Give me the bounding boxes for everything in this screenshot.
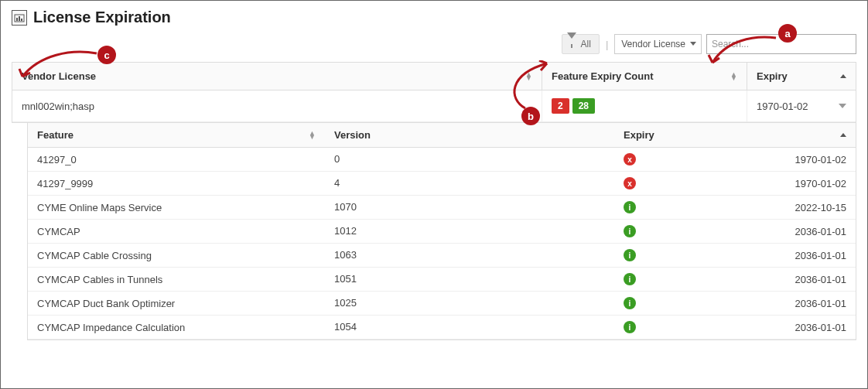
chevron-down-icon: [690, 42, 696, 46]
table-row[interactable]: CYME Online Maps Service1070i2022-10-15: [28, 196, 856, 220]
expired-icon: x: [624, 177, 636, 189]
group-row[interactable]: mnl002win;hasp 2 28 1970-01-02: [12, 90, 856, 122]
arrow-c: [16, 49, 101, 83]
feature-expiry: 1970-01-02: [795, 178, 847, 189]
table-row[interactable]: CYMCAP Cable Crossing1063i2036-01-01: [28, 244, 856, 268]
expired-icon: x: [624, 153, 636, 165]
feature-version: 0: [325, 148, 614, 171]
feature-version: 1051: [325, 268, 614, 291]
callout-a: a: [778, 24, 797, 43]
filter-all-button[interactable]: All: [562, 34, 600, 54]
dropdown-label: Vendor License: [621, 39, 685, 49]
feature-expiry: 2036-01-01: [795, 274, 847, 285]
sort-icon: ▲▼: [730, 73, 737, 80]
group-by-dropdown[interactable]: Vendor License: [614, 34, 702, 54]
callout-b: b: [521, 107, 540, 125]
feature-version: 1012: [325, 220, 614, 243]
feature-name: CYMCAP Impedance Calculation: [28, 316, 325, 339]
funnel-icon: [567, 39, 576, 49]
valid-icon: i: [624, 201, 636, 213]
table-row[interactable]: 41297_99994x1970-01-02: [28, 172, 856, 196]
group-expiry-value: 1970-01-02: [757, 101, 808, 112]
valid-icon: i: [624, 321, 636, 333]
feature-expiry: 2036-01-01: [795, 298, 847, 309]
feature-version: 1070: [325, 196, 614, 219]
column-version[interactable]: Version: [325, 123, 614, 147]
feature-version: 1054: [325, 316, 614, 339]
toolbar-divider: |: [604, 39, 610, 50]
expand-icon[interactable]: [839, 104, 846, 108]
feature-name: CYME Online Maps Service: [28, 196, 325, 219]
table-row[interactable]: CYMCAP Duct Bank Optimizer1025i2036-01-0…: [28, 292, 856, 316]
table-row[interactable]: 41297_00x1970-01-02: [28, 148, 856, 172]
page-title: License Expiration: [33, 9, 171, 26]
table-row[interactable]: CYMCAP Impedance Calculation1054i2036-01…: [28, 316, 856, 340]
feature-name: CYMCAP Cable Crossing: [28, 244, 325, 267]
feature-name: 41297_0: [28, 148, 325, 171]
feature-name: CYMCAP Cables in Tunnels: [28, 268, 325, 291]
svg-rect-2: [19, 16, 20, 21]
arrow-a: [706, 33, 779, 69]
callout-c: c: [97, 46, 116, 64]
sort-asc-icon: [840, 74, 846, 78]
sort-icon: ▲▼: [309, 131, 316, 139]
column-feature-expiry[interactable]: Expiry: [614, 123, 856, 147]
feature-version: 1025: [325, 292, 614, 315]
feature-table: Feature ▲▼ Version Expiry 41297_00x1970-…: [27, 123, 856, 340]
feature-version: 4: [325, 172, 614, 195]
filter-label: All: [581, 39, 591, 49]
feature-expiry: 2036-01-01: [795, 226, 847, 237]
feature-expiry: 2036-01-01: [795, 322, 847, 333]
feature-header-row: Feature ▲▼ Version Expiry: [28, 123, 856, 148]
feature-expiry: 1970-01-02: [795, 154, 847, 165]
svg-rect-3: [21, 19, 22, 21]
feature-name: CYMCAP: [28, 220, 325, 243]
table-row[interactable]: CYMCAP1012i2036-01-01: [28, 220, 856, 244]
feature-expiry: 2036-01-01: [795, 250, 847, 261]
license-icon: [12, 10, 27, 26]
feature-expiry: 2022-10-15: [795, 202, 847, 213]
feature-version: 1063: [325, 244, 614, 267]
valid-icon: i: [624, 273, 636, 285]
vendor-value: mnl002win;hasp: [22, 101, 94, 112]
column-feature[interactable]: Feature ▲▼: [28, 123, 325, 147]
valid-icon: i: [624, 249, 636, 261]
sort-asc-icon: [840, 133, 846, 137]
feature-name: 41297_9999: [28, 172, 325, 195]
valid-icon: i: [624, 297, 636, 309]
license-group-table: Vendor License ▲▼ Feature Expiry Count ▲…: [12, 62, 856, 123]
svg-rect-1: [16, 18, 18, 21]
arrow-b: [502, 60, 564, 111]
valid-count-badge: 28: [572, 98, 595, 114]
feature-name: CYMCAP Duct Bank Optimizer: [28, 292, 325, 315]
table-row[interactable]: CYMCAP Cables in Tunnels1051i2036-01-01: [28, 268, 856, 292]
valid-icon: i: [624, 225, 636, 237]
